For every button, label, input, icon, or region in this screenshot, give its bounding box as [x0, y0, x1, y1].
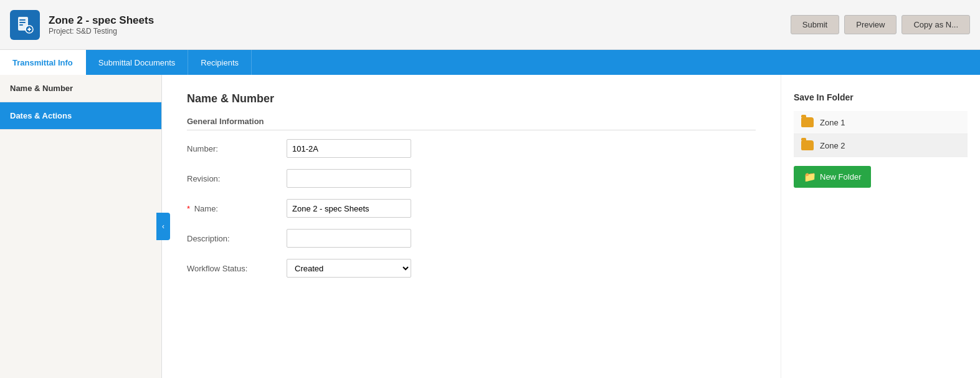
app-icon: [10, 10, 40, 40]
label-workflow-status: Workflow Status:: [187, 264, 287, 273]
label-name: * Name:: [187, 204, 287, 213]
folder-icon-zone2: [801, 140, 814, 150]
new-folder-icon: 📁: [804, 171, 816, 183]
form-row-number: Number:: [187, 139, 756, 158]
project-name: S&D Testing: [76, 27, 117, 36]
input-description[interactable]: [287, 229, 411, 248]
sidebar-toggle-button[interactable]: ‹: [156, 213, 170, 240]
tab-recipients[interactable]: Recipients: [188, 50, 252, 75]
new-folder-button[interactable]: 📁 New Folder: [794, 166, 871, 188]
folder-item-zone1[interactable]: Zone 1: [794, 111, 968, 134]
main-layout: Name & Number Dates & Actions ‹ Name & N…: [0, 75, 980, 378]
top-bar-left: Zone 2 - spec Sheets Project: S&D Testin…: [10, 10, 154, 40]
svg-rect-2: [19, 22, 26, 23]
svg-rect-3: [19, 24, 23, 26]
input-number[interactable]: [287, 139, 411, 158]
folder-item-zone2[interactable]: Zone 2: [794, 134, 968, 157]
page-title: Zone 2 - spec Sheets: [49, 14, 154, 27]
copy-as-new-button[interactable]: Copy as N...: [902, 15, 970, 34]
input-revision[interactable]: [287, 169, 411, 188]
top-bar: Zone 2 - spec Sheets Project: S&D Testin…: [0, 0, 980, 50]
top-bar-right: Submit Preview Copy as N...: [791, 15, 970, 34]
submit-button[interactable]: Submit: [791, 15, 839, 34]
project-subtitle: Project: S&D Testing: [49, 27, 154, 36]
sidebar-item-dates-actions[interactable]: Dates & Actions: [0, 102, 161, 130]
svg-rect-6: [27, 29, 31, 30]
tab-submittal-documents[interactable]: Submittal Documents: [86, 50, 189, 75]
folder-name-zone2: Zone 2: [820, 141, 845, 150]
right-panel: Save In Folder Zone 1 Zone 2 📁 New Folde…: [781, 75, 980, 378]
general-info-title: General Information: [187, 117, 756, 130]
input-name[interactable]: [287, 199, 411, 218]
form-row-revision: Revision:: [187, 169, 756, 188]
form-row-workflow-status: Workflow Status: Created In Review Appro…: [187, 259, 756, 278]
required-indicator: *: [187, 204, 190, 213]
folder-name-zone1: Zone 1: [820, 118, 845, 127]
tab-bar: Transmittal Info Submittal Documents Rec…: [0, 50, 980, 75]
preview-button[interactable]: Preview: [844, 15, 897, 34]
form-row-name: * Name:: [187, 199, 756, 218]
content-area: Name & Number General Information Number…: [162, 75, 781, 378]
save-in-folder-title: Save In Folder: [794, 92, 968, 102]
svg-rect-1: [19, 19, 26, 21]
title-block: Zone 2 - spec Sheets Project: S&D Testin…: [49, 14, 154, 36]
sidebar: Name & Number Dates & Actions ‹: [0, 75, 162, 378]
select-workflow-status[interactable]: Created In Review Approved Rejected: [287, 259, 411, 278]
sidebar-item-name-number[interactable]: Name & Number: [0, 75, 161, 102]
label-description: Description:: [187, 234, 287, 243]
folder-icon-zone1: [801, 117, 814, 127]
section-title: Name & Number: [187, 92, 756, 105]
new-folder-label: New Folder: [820, 172, 861, 182]
label-number: Number:: [187, 144, 287, 153]
folder-list: Zone 1 Zone 2: [794, 111, 968, 157]
label-revision: Revision:: [187, 174, 287, 183]
form-row-description: Description:: [187, 229, 756, 248]
project-label: Project:: [49, 27, 74, 36]
tab-transmittal-info[interactable]: Transmittal Info: [0, 50, 86, 75]
